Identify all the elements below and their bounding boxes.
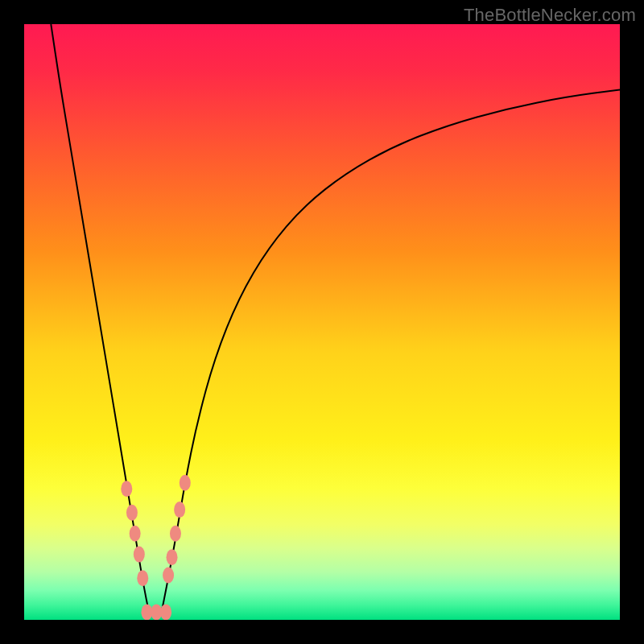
- data-marker: [180, 475, 191, 491]
- data-marker: [170, 526, 181, 542]
- watermark-text: TheBottleNecker.com: [464, 5, 636, 26]
- chart-frame: TheBottleNecker.com: [0, 0, 644, 644]
- data-marker: [130, 526, 141, 542]
- gradient-background: [24, 24, 620, 620]
- data-marker: [121, 481, 132, 497]
- data-marker: [163, 568, 174, 584]
- data-marker: [126, 505, 138, 521]
- data-marker: [167, 549, 178, 565]
- data-marker: [137, 570, 148, 586]
- data-marker: [160, 604, 171, 620]
- bottleneck-curve-chart: [24, 24, 620, 620]
- chart-plot-area: [24, 24, 620, 620]
- data-marker: [134, 547, 145, 563]
- data-marker: [174, 502, 185, 518]
